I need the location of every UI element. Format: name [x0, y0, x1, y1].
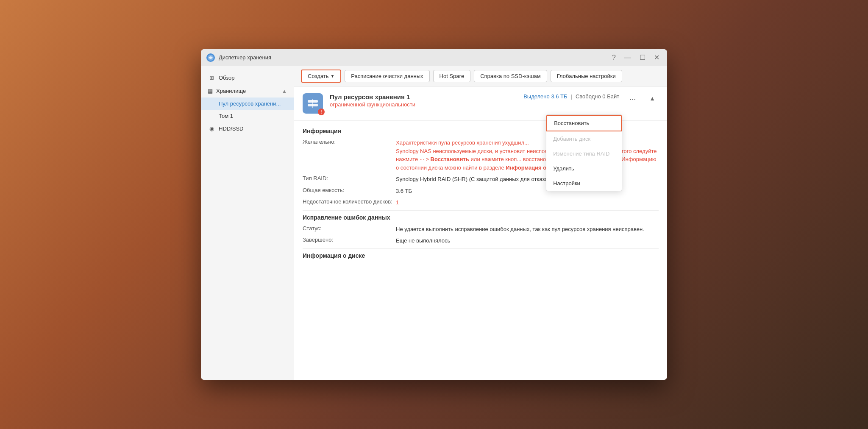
more-options-button[interactable]: ··· Восстановить Добавить диск Изменение…: [626, 93, 639, 106]
pool-capacity: Выделено 3.6 ТБ | Свободно 0 Байт: [523, 93, 619, 100]
detail-area: ! Пул ресурсов хранения 1 ограниченной ф…: [294, 86, 667, 380]
help-button[interactable]: ?: [609, 53, 618, 62]
window-title: Диспетчер хранения: [219, 54, 609, 61]
toolbar: Создать ▼ Расписание очистки данных Hot …: [294, 66, 667, 86]
allocated-label: Выделено 3.6 ТБ: [523, 93, 567, 100]
scrub-button[interactable]: Расписание очистки данных: [345, 70, 429, 82]
titlebar: Диспетчер хранения ? — ☐ ✕: [201, 49, 667, 66]
global-settings-button[interactable]: Глобальные настройки: [551, 70, 622, 82]
total-capacity-label: Общая емкость:: [303, 187, 396, 193]
ellipsis-icon: ···: [629, 95, 636, 103]
dropdown-delete[interactable]: Удалить: [546, 161, 622, 176]
collapse-button[interactable]: ▲: [646, 93, 659, 103]
dropdown-restore[interactable]: Восстановить: [546, 115, 622, 131]
raid-type-label: Тип RAID:: [303, 175, 396, 181]
section-divider-2: [303, 248, 659, 249]
pool-status: ограниченной функциональности: [330, 101, 517, 108]
sidebar-item-pool[interactable]: Пул ресурсов хранени...: [201, 98, 294, 110]
dropdown-change-raid: Изменение типа RAID: [546, 146, 622, 161]
section-divider-1: [303, 210, 659, 211]
minimize-button[interactable]: —: [622, 53, 634, 62]
insufficient-disks-label: Недостаточное количество дисков:: [303, 198, 396, 205]
content-area: Создать ▼ Расписание очистки данных Hot …: [294, 66, 667, 380]
storage-icon: ▦: [208, 88, 213, 94]
close-button[interactable]: ✕: [651, 53, 662, 62]
pool-info: Пул ресурсов хранения 1 ограниченной фун…: [330, 93, 517, 108]
sidebar-item-overview[interactable]: ⊞ Обзор: [201, 71, 294, 84]
dropdown-menu: Восстановить Добавить диск Изменение тип…: [546, 114, 622, 191]
pool-icon: !: [303, 93, 323, 114]
insufficient-disks-value: 1: [396, 198, 659, 207]
sidebar-item-volume[interactable]: Том 1: [201, 110, 294, 122]
chevron-up-icon: ▲: [282, 88, 287, 94]
desired-label: Желательно:: [303, 139, 396, 145]
info-row-insufficient-disks: Недостаточное количество дисков: 1: [303, 198, 659, 207]
status-label: Статус:: [303, 225, 396, 231]
info-row-status: Статус: Не удается выполнить исправление…: [303, 225, 659, 234]
overview-label: Обзор: [219, 75, 235, 81]
info-row-completed: Завершено: Еще не выполнялось: [303, 237, 659, 245]
free-label: Свободно 0 Байт: [576, 93, 619, 100]
main-window: Диспетчер хранения ? — ☐ ✕ ⊞ Обзор ▦ Хра…: [201, 49, 667, 380]
app-icon: [206, 53, 215, 62]
hdd-icon: ◉: [208, 125, 215, 132]
create-button[interactable]: Создать ▼: [301, 70, 341, 83]
dropdown-arrow-icon: ▼: [330, 74, 334, 78]
ssd-cache-button[interactable]: Справка по SSD-кэшам: [474, 70, 547, 82]
status-value: Не удается выполнить исправление ошибок …: [396, 225, 659, 234]
completed-label: Завершено:: [303, 237, 396, 243]
dropdown-settings[interactable]: Настройки: [546, 176, 622, 191]
disk-section-title: Информация о диске: [303, 252, 659, 259]
main-content: ⊞ Обзор ▦ Хранилище ▲ Пул ресурсов хране…: [201, 66, 667, 380]
pool-header: ! Пул ресурсов хранения 1 ограниченной ф…: [294, 86, 667, 121]
hdd-label: HDD/SSD: [219, 125, 244, 132]
sidebar-item-storage[interactable]: ▦ Хранилище ▲: [201, 84, 294, 98]
error-section-title: Исправление ошибок данных: [303, 214, 659, 221]
warning-badge: !: [318, 109, 325, 115]
maximize-button[interactable]: ☐: [637, 53, 648, 62]
storage-label: Хранилище: [216, 88, 246, 94]
window-controls: ? — ☐ ✕: [609, 53, 662, 62]
svg-rect-4: [312, 99, 313, 108]
overview-icon: ⊞: [208, 75, 215, 81]
pool-name: Пул ресурсов хранения 1: [330, 93, 517, 100]
sidebar-item-hdd[interactable]: ◉ HDD/SSD: [201, 122, 294, 135]
volume-label: Том 1: [219, 113, 233, 119]
sidebar: ⊞ Обзор ▦ Хранилище ▲ Пул ресурсов хране…: [201, 66, 294, 380]
completed-value: Еще не выполнялось: [396, 237, 659, 245]
pool-label: Пул ресурсов хранени...: [219, 100, 281, 107]
dropdown-add-disk: Добавить диск: [546, 131, 622, 146]
hotspare-button[interactable]: Hot Spare: [433, 70, 471, 82]
